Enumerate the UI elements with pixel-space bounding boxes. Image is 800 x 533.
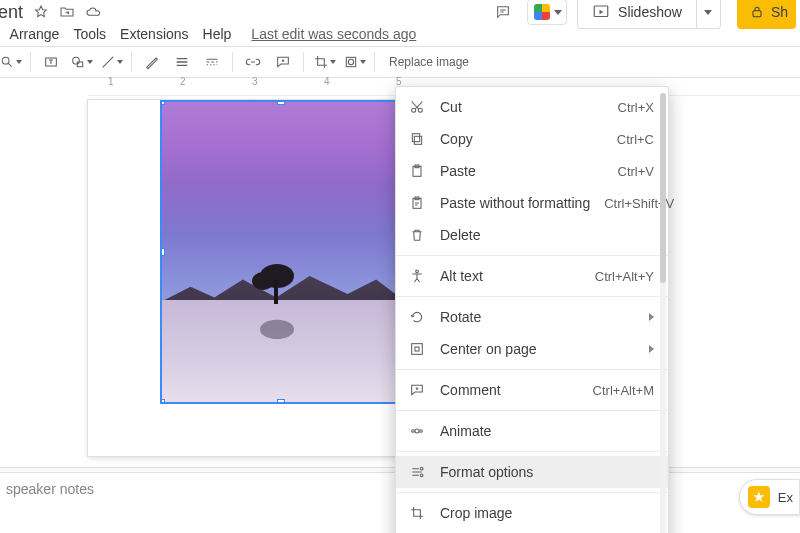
context-menu-item-cut[interactable]: CutCtrl+X xyxy=(396,91,668,123)
paste-icon xyxy=(408,162,426,180)
comment-icon xyxy=(408,381,426,399)
explore-label: Ex xyxy=(778,490,793,505)
chevron-down-icon xyxy=(704,10,712,15)
toolbar-separator xyxy=(30,52,31,72)
shape-button[interactable] xyxy=(67,49,95,75)
rotate-icon xyxy=(408,308,426,326)
border-weight-button[interactable] xyxy=(168,49,196,75)
title-bar: arent Slideshow Sh xyxy=(0,0,800,22)
mask-button[interactable] xyxy=(340,49,368,75)
toolbar-separator xyxy=(374,52,375,72)
context-menu-label: Comment xyxy=(440,382,579,398)
context-menu: CutCtrl+XCopyCtrl+CPasteCtrl+VPaste with… xyxy=(395,86,669,533)
border-dash-button[interactable] xyxy=(198,49,226,75)
svg-point-2 xyxy=(2,57,9,64)
slideshow-label: Slideshow xyxy=(618,4,682,20)
context-menu-item-paste-no-fmt[interactable]: Paste without formattingCtrl+Shift+V xyxy=(396,187,668,219)
context-menu-item-crop[interactable]: Crop image xyxy=(396,497,668,529)
context-menu-separator xyxy=(396,410,668,411)
context-menu-label: Alt text xyxy=(440,268,581,284)
svg-point-22 xyxy=(420,467,423,470)
context-menu-item-format-options[interactable]: Format options xyxy=(396,456,668,488)
textbox-button[interactable] xyxy=(37,49,65,75)
context-menu-item-animate[interactable]: Animate xyxy=(396,415,668,447)
stage: 1 2 3 4 5 speaker notes CutCtrl+X xyxy=(0,78,800,533)
svg-point-4 xyxy=(72,57,79,64)
border-color-button[interactable] xyxy=(138,49,166,75)
star-icon[interactable] xyxy=(33,4,49,20)
menu-item[interactable]: Arrange xyxy=(10,26,60,42)
context-menu-item-delete[interactable]: Delete xyxy=(396,219,668,251)
last-edit-link[interactable]: Last edit was seconds ago xyxy=(251,26,416,42)
image-content xyxy=(252,310,300,344)
toolbar-separator xyxy=(131,52,132,72)
context-menu-shortcut: Ctrl+Alt+Y xyxy=(595,269,654,284)
context-menu-label: Format options xyxy=(440,464,654,480)
comment-history-button[interactable] xyxy=(489,0,517,26)
explore-icon xyxy=(748,486,770,508)
svg-rect-6 xyxy=(346,57,355,66)
resize-handle-nw[interactable] xyxy=(160,100,165,105)
svg-rect-10 xyxy=(414,136,421,144)
selected-image[interactable] xyxy=(160,100,402,404)
context-menu-label: Center on page xyxy=(440,341,635,357)
context-menu-separator xyxy=(396,255,668,256)
menu-item[interactable]: Help xyxy=(203,26,232,42)
resize-handle-s[interactable] xyxy=(277,399,285,404)
context-menu-item-rotate[interactable]: Rotate xyxy=(396,301,668,333)
context-menu-label: Delete xyxy=(440,227,654,243)
context-menu-item-alt-text[interactable]: Alt textCtrl+Alt+Y xyxy=(396,260,668,292)
toolbar-separator xyxy=(303,52,304,72)
explore-button[interactable]: Ex xyxy=(739,479,800,515)
context-menu-shortcut: Ctrl+V xyxy=(618,164,654,179)
context-menu-item-replace[interactable]: Replace image xyxy=(396,529,668,533)
resize-handle-sw[interactable] xyxy=(160,399,165,404)
svg-point-7 xyxy=(348,59,353,64)
context-menu-shortcut: Ctrl+C xyxy=(617,132,654,147)
context-menu-item-paste[interactable]: PasteCtrl+V xyxy=(396,155,668,187)
menu-item[interactable]: Tools xyxy=(73,26,106,42)
replace-image-label: Replace image xyxy=(389,55,469,69)
menu-item[interactable]: Extensions xyxy=(120,26,188,42)
svg-point-23 xyxy=(420,474,423,477)
meet-button[interactable] xyxy=(527,0,567,25)
comment-button[interactable] xyxy=(269,49,297,75)
context-menu-item-comment[interactable]: CommentCtrl+Alt+M xyxy=(396,374,668,406)
center-icon xyxy=(408,340,426,358)
svg-point-9 xyxy=(418,108,422,112)
slideshow-button[interactable]: Slideshow xyxy=(577,0,697,29)
context-menu-label: Copy xyxy=(440,131,603,147)
cloud-status-icon[interactable] xyxy=(85,4,101,20)
context-menu-item-copy[interactable]: CopyCtrl+C xyxy=(396,123,668,155)
meet-icon xyxy=(532,2,552,22)
zoom-button[interactable] xyxy=(0,49,24,75)
context-menu-separator xyxy=(396,492,668,493)
context-menu-label: Paste without formatting xyxy=(440,195,590,211)
svg-point-21 xyxy=(420,430,423,433)
document-title[interactable]: arent xyxy=(0,2,23,23)
move-folder-icon[interactable] xyxy=(59,4,75,20)
accessibility-icon xyxy=(408,267,426,285)
context-menu-label: Rotate xyxy=(440,309,635,325)
slideshow-dropdown[interactable] xyxy=(697,0,721,29)
share-button[interactable]: Sh xyxy=(737,0,796,29)
crop-icon xyxy=(408,504,426,522)
resize-handle-w[interactable] xyxy=(160,248,165,256)
svg-rect-1 xyxy=(753,11,761,17)
image-content xyxy=(252,258,300,306)
context-menu-label: Animate xyxy=(440,423,654,439)
svg-rect-11 xyxy=(412,134,419,142)
toolbar-separator xyxy=(232,52,233,72)
animate-icon xyxy=(408,422,426,440)
replace-image-button[interactable]: Replace image xyxy=(381,49,481,75)
context-menu-item-center[interactable]: Center on page xyxy=(396,333,668,365)
context-menu-separator xyxy=(396,296,668,297)
line-button[interactable] xyxy=(97,49,125,75)
resize-handle-n[interactable] xyxy=(277,100,285,105)
crop-button[interactable] xyxy=(310,49,338,75)
link-button[interactable] xyxy=(239,49,267,75)
context-menu-shortcut: Ctrl+Alt+M xyxy=(593,383,654,398)
context-menu-scrollbar-thumb[interactable] xyxy=(660,93,666,283)
svg-point-20 xyxy=(412,430,415,433)
speaker-notes-placeholder: speaker notes xyxy=(6,481,94,497)
